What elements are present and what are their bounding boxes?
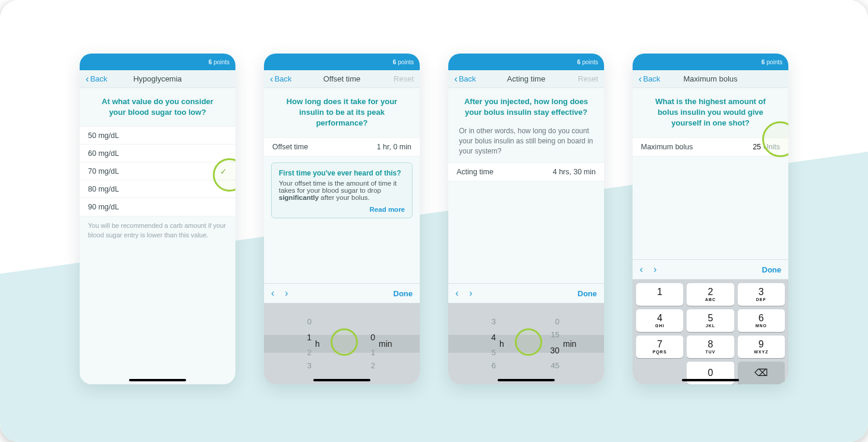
back-label: Back	[90, 74, 108, 83]
points-label: points	[398, 59, 414, 65]
wheel-value: 3	[471, 315, 496, 328]
phone-offset-time: 6points ‹ Back Offset time Reset How lon…	[264, 54, 420, 384]
row-label: Offset time	[272, 143, 308, 151]
wheel-value: 0	[535, 315, 559, 328]
hours-label: h	[499, 335, 517, 353]
done-button[interactable]: Done	[394, 289, 413, 298]
picker-columns: 0 1 2 3 h 0 1 2 min	[264, 303, 420, 384]
status-bar: 6points	[448, 54, 604, 70]
nav-bar: ‹ Back Maximum bolus	[633, 70, 788, 88]
option-row[interactable]: 60 mg/dL	[80, 145, 235, 162]
phone-acting-time: 6points ‹ Back Acting time Reset After y…	[448, 54, 604, 384]
value-list: Maximum bolus 25 Units	[633, 137, 788, 156]
next-field-icon[interactable]: ›	[285, 288, 288, 299]
prev-field-icon[interactable]: ‹	[640, 264, 643, 275]
home-indicator	[129, 379, 186, 381]
home-indicator	[682, 379, 739, 381]
hours-wheel[interactable]: 0 1 2 3	[287, 315, 314, 372]
option-row[interactable]: 50 mg/dL	[80, 127, 235, 145]
back-button[interactable]: ‹ Back	[86, 74, 108, 84]
phone-row: 6points ‹ Back Hypoglycemia At what valu…	[0, 54, 868, 384]
keypad-2[interactable]: 2ABC	[687, 283, 734, 306]
chevron-left-icon: ‹	[639, 74, 642, 84]
value-row[interactable]: Offset time 1 hr, 0 min	[264, 138, 420, 156]
points-value: 6	[209, 59, 212, 65]
helper-text: You will be recommended a carb amount if…	[80, 217, 235, 244]
time-picker[interactable]: 0 1 2 3 h 0 1 2 min	[264, 303, 420, 384]
keypad-3[interactable]: 3DEF	[738, 283, 785, 306]
points-value: 6	[393, 59, 397, 65]
wheel-value: 45	[535, 359, 559, 372]
minutes-wheel[interactable]: 0 15 30 45	[535, 315, 562, 372]
value-row[interactable]: Acting time 4 hrs, 30 min	[448, 163, 604, 181]
value-row[interactable]: Maximum bolus 25 Units	[633, 138, 788, 156]
question-text: How long does it take for your insulin t…	[264, 88, 420, 137]
next-field-icon[interactable]: ›	[653, 264, 656, 275]
chevron-left-icon: ‹	[86, 74, 89, 84]
time-picker[interactable]: 3 4 5 6 h 0 15 30 45 min	[448, 303, 604, 384]
backspace-icon: ⌫	[754, 368, 768, 378]
input-accessory-bar: ‹ › Done	[264, 283, 420, 303]
option-label: 70 mg/dL	[88, 167, 119, 175]
done-button[interactable]: Done	[762, 265, 782, 274]
wheel-value-selected: 30	[535, 341, 559, 359]
minutes-wheel[interactable]: 0 1 2	[351, 315, 378, 372]
accessory-arrows: ‹ ›	[271, 288, 288, 299]
option-label: 90 mg/dL	[88, 203, 119, 211]
row-value: 4 hrs, 30 min	[553, 168, 596, 176]
phone-hypoglycemia: 6points ‹ Back Hypoglycemia At what valu…	[80, 54, 235, 384]
chevron-left-icon: ‹	[270, 74, 273, 84]
back-button[interactable]: ‹ Back	[270, 74, 292, 84]
keypad-1[interactable]: 1	[636, 283, 683, 306]
home-indicator	[498, 379, 555, 381]
reset-button[interactable]: Reset	[578, 74, 598, 83]
option-row[interactable]: 70 mg/dL ✓	[80, 162, 235, 180]
keypad-5[interactable]: 5JKL	[687, 309, 734, 332]
prev-field-icon[interactable]: ‹	[271, 288, 274, 299]
wheel-value: 2	[351, 359, 375, 372]
row-value: 1 hr, 0 min	[377, 143, 411, 151]
nav-bar: ‹ Back Acting time Reset	[448, 70, 604, 88]
next-field-icon[interactable]: ›	[469, 288, 472, 299]
hours-label: h	[315, 335, 333, 353]
points-value: 6	[577, 59, 581, 65]
wheel-value: 15	[535, 328, 559, 341]
question-text: At what value do you consider your blood…	[80, 88, 235, 126]
accessory-arrows: ‹ ›	[640, 264, 657, 275]
unit-label: Units	[763, 143, 780, 151]
points-value: 6	[762, 59, 765, 65]
read-more-link[interactable]: Read more	[279, 206, 405, 213]
info-card: First time you've ever heard of this? Yo…	[271, 162, 413, 218]
back-button[interactable]: ‹ Back	[454, 74, 476, 84]
accessory-arrows: ‹ ›	[455, 288, 473, 299]
keypad-blank	[636, 362, 683, 384]
nav-bar: ‹ Back Hypoglycemia	[80, 70, 235, 88]
status-bar: 6points	[80, 54, 235, 70]
row-label: Acting time	[457, 168, 493, 176]
home-indicator	[313, 379, 370, 381]
prev-field-icon[interactable]: ‹	[455, 288, 458, 299]
reset-button[interactable]: Reset	[394, 74, 414, 83]
keypad-7[interactable]: 7PQRS	[636, 336, 683, 358]
numeric-value: 25	[753, 143, 761, 151]
back-button[interactable]: ‹ Back	[639, 74, 661, 84]
option-row[interactable]: 80 mg/dL	[80, 180, 235, 198]
showcase-card: 6points ‹ Back Hypoglycemia At what valu…	[0, 0, 868, 442]
back-label: Back	[275, 74, 292, 83]
value-list: Offset time 1 hr, 0 min	[264, 137, 420, 156]
keypad-9[interactable]: 9WXYZ	[738, 336, 785, 358]
info-text: after your bolus.	[319, 194, 370, 201]
back-label: Back	[459, 74, 476, 83]
wheel-value-selected: 4	[471, 328, 496, 346]
keypad-4[interactable]: 4GHI	[636, 309, 683, 332]
info-text-bold: significantly	[279, 194, 319, 201]
keypad-backspace[interactable]: ⌫	[738, 362, 785, 384]
hours-wheel[interactable]: 3 4 5 6	[471, 315, 498, 372]
question-text: After you injected, how long does your b…	[448, 88, 604, 126]
keypad-8[interactable]: 8TUV	[687, 336, 734, 358]
done-button[interactable]: Done	[578, 289, 597, 298]
option-row[interactable]: 90 mg/dL	[80, 198, 235, 216]
keypad-6[interactable]: 6MNO	[738, 309, 785, 332]
checkmark-icon: ✓	[220, 167, 227, 176]
wheel-value: 1	[351, 346, 375, 359]
